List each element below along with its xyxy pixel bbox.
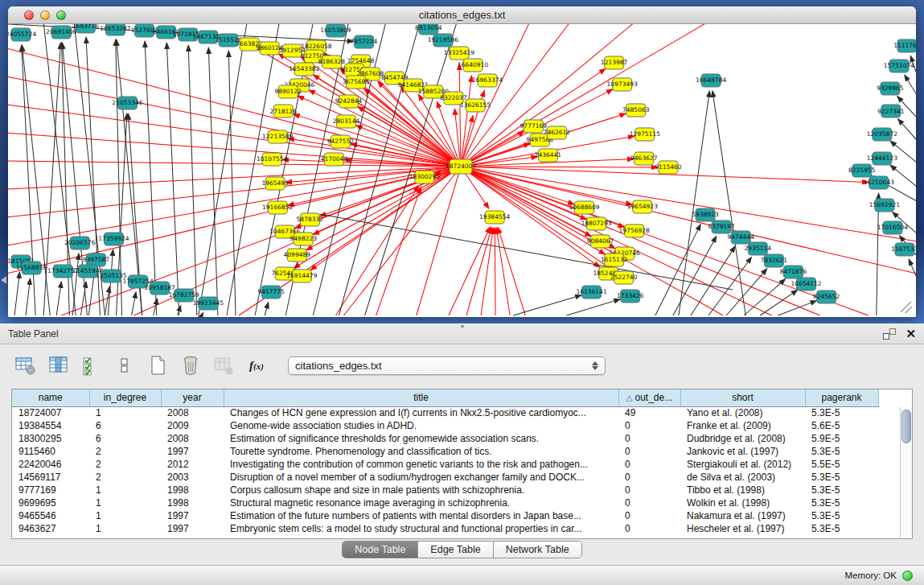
close-panel-icon[interactable]: ✕ — [906, 328, 916, 340]
table-row[interactable]: 1456911722003Disruption of a novel membe… — [12, 471, 878, 484]
graph-node[interactable]: 9227341 — [877, 105, 905, 117]
graph-node[interactable]: 19384554 — [479, 211, 510, 224]
row-height-icon[interactable] — [113, 354, 136, 377]
graph-node[interactable]: 16053809 — [320, 24, 351, 37]
graph-node[interactable]: 17359924 — [98, 233, 129, 245]
memory-ok-icon[interactable] — [902, 571, 913, 581]
splitter-handle[interactable] — [457, 324, 468, 328]
select-columns-icon[interactable] — [80, 354, 103, 377]
graph-node[interactable]: 9245652 — [813, 290, 840, 303]
float-window-icon[interactable] — [883, 328, 896, 340]
graph-node[interactable]: 10688609 — [569, 201, 599, 214]
graph-node[interactable]: 12444123 — [867, 152, 897, 165]
graph-node[interactable]: 2522740 — [610, 271, 638, 284]
column-header-year[interactable]: year — [161, 389, 224, 406]
graph-node[interactable]: 16648784 — [696, 74, 726, 87]
table-row[interactable]: 911546021997Tourette syndrome. Phenomeno… — [12, 445, 878, 458]
graph-node[interactable]: 19218586 — [428, 34, 458, 47]
graph-node[interactable]: 9115460 — [655, 161, 682, 174]
delete-column-icon[interactable] — [179, 354, 202, 377]
graph-node[interactable]: 2436441 — [535, 149, 562, 162]
graph-node[interactable]: 9474444 — [727, 231, 754, 244]
panel-collapse-arrow-icon[interactable] — [1, 276, 6, 284]
graph-node[interactable]: 12975115 — [630, 128, 660, 141]
table-row[interactable]: 1872400712008Changes of HCN gene express… — [12, 406, 878, 419]
graph-node[interactable]: 15692921 — [869, 199, 900, 212]
graph-node[interactable]: 19654923 — [627, 200, 658, 213]
graph-node[interactable]: 1733426 — [617, 290, 644, 303]
graph-node[interactable]: 18724007 — [446, 159, 476, 174]
table-row[interactable]: 946362711997Embryonic stem cells: a mode… — [12, 522, 878, 535]
graph-node[interactable]: 7832621 — [761, 254, 788, 267]
graph-node[interactable]: 2935114 — [745, 242, 772, 255]
graph-node[interactable]: 4170044 — [321, 153, 348, 166]
graph-node[interactable]: 2693716 — [72, 24, 100, 33]
zoom-window-button[interactable] — [56, 10, 66, 20]
table-row[interactable]: 969969511998Structural magnetic resonanc… — [12, 496, 878, 509]
column-header-in_degree[interactable]: in_degree — [89, 389, 161, 406]
graph-node[interactable]: 9329965 — [877, 82, 904, 95]
tab-node-table[interactable]: Node Table — [343, 542, 418, 558]
graph-node[interactable]: 6379197 — [708, 220, 735, 233]
minimize-window-button[interactable] — [40, 10, 50, 20]
graph-node[interactable]: 1111763 — [893, 39, 916, 52]
graph-node[interactable]: 1213987 — [601, 56, 628, 69]
column-header-pagerank[interactable]: pagerank — [805, 389, 878, 406]
graph-node[interactable]: 16963374 — [472, 74, 503, 87]
graph-node[interactable]: 9242844 — [335, 95, 363, 108]
graph-node[interactable]: 9463627 — [630, 152, 658, 165]
delete-table-icon[interactable] — [212, 354, 235, 377]
graph-node[interactable]: 17016504 — [877, 221, 908, 234]
column-header-out_de[interactable]: △out_de... — [618, 389, 680, 406]
graph-node[interactable]: 7462612 — [544, 126, 571, 139]
close-window-button[interactable] — [24, 10, 34, 20]
graph-node[interactable]: 2718126 — [269, 105, 297, 117]
function-builder-icon[interactable]: f(x) — [245, 354, 268, 377]
tab-edge-table[interactable]: Edge Table — [418, 542, 493, 558]
table-mode-icon[interactable] — [14, 354, 37, 377]
tab-network-table[interactable]: Network Table — [494, 542, 581, 558]
table-row[interactable]: 946554611997Estimation of the future num… — [12, 509, 878, 522]
graph-node[interactable]: 24055724 — [8, 28, 36, 41]
graph-node[interactable]: 9084067 — [587, 235, 614, 248]
show-columns-icon[interactable] — [47, 354, 70, 377]
column-header-title[interactable]: title — [224, 389, 618, 406]
table-row[interactable]: 2242004622012Investigating the contribut… — [12, 458, 878, 471]
scrollbar-thumb[interactable] — [901, 410, 911, 443]
graph-node[interactable]: 9498223 — [290, 233, 318, 245]
graph-node[interactable]: 7485063 — [622, 104, 650, 117]
graph-node[interactable]: 1965493 — [261, 177, 289, 190]
resize-grip-icon[interactable] — [901, 302, 912, 313]
new-column-icon[interactable] — [146, 354, 169, 377]
graph-node[interactable]: 1167533 — [891, 243, 916, 256]
graph-node[interactable]: 9457775 — [257, 286, 285, 299]
graph-node[interactable]: 16543382 — [289, 63, 319, 76]
graph-node[interactable]: 12035872 — [867, 128, 897, 141]
graph-node[interactable]: 2803144 — [333, 115, 360, 128]
column-header-short[interactable]: short — [680, 389, 805, 406]
graph-node[interactable]: 4099489 — [284, 249, 311, 262]
graph-node[interactable]: 20206576 — [64, 237, 95, 249]
graph-node[interactable]: 8813054 — [415, 24, 442, 35]
graph-node[interactable]: 15751074 — [884, 60, 914, 72]
network-graph-canvas[interactable]: 2405572420691406269371610653287152760284… — [8, 24, 916, 317]
graph-node[interactable]: 5938923 — [692, 208, 719, 221]
network-window-titlebar[interactable]: citations_edges.txt — [8, 6, 916, 24]
graph-node[interactable]: 8215955 — [848, 164, 876, 177]
table-row[interactable]: 1938455462009Genome-wide association stu… — [12, 419, 878, 432]
graph-node[interactable]: 8471876 — [780, 266, 807, 278]
graph-node[interactable]: 7857224 — [351, 35, 378, 48]
graph-node[interactable]: 3675685 — [343, 76, 370, 89]
table-select-dropdown[interactable]: citations_edges.txt — [288, 356, 606, 375]
graph-node[interactable]: 16210643 — [864, 176, 894, 189]
graph-node[interactable]: 16640910 — [458, 59, 488, 72]
graph-node[interactable]: 9890122 — [275, 85, 302, 98]
graph-node[interactable]: 10653287 — [100, 24, 130, 35]
graph-node[interactable]: 10973493 — [607, 78, 638, 91]
graph-node[interactable]: 1615132 — [601, 253, 628, 266]
table-row[interactable]: 1830029562008Estimation of significance … — [12, 432, 878, 445]
table-row[interactable]: 977716911998Corpus callosum shape and si… — [12, 484, 878, 496]
graph-node[interactable]: 16136141 — [576, 286, 606, 299]
column-header-name[interactable]: name — [12, 389, 89, 406]
graph-node[interactable]: 5878332 — [297, 213, 324, 226]
